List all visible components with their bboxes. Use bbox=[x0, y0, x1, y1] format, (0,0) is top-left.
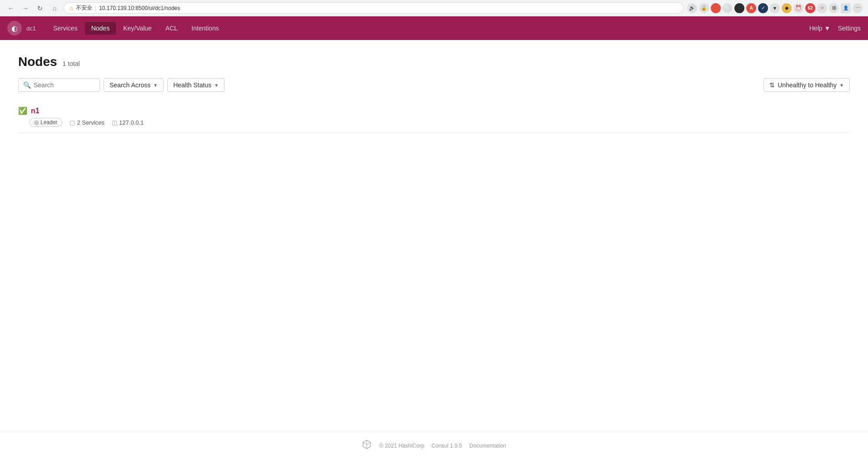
hashicorp-logo-icon bbox=[362, 439, 372, 449]
ext-icon-8[interactable]: ▼ bbox=[770, 3, 780, 13]
ip-value: 127.0.0.1 bbox=[119, 119, 144, 126]
ext-icon-12[interactable]: ☆ bbox=[817, 3, 827, 13]
footer-copyright: © 2021 HashiCorp bbox=[379, 443, 424, 449]
ext-icon-1[interactable]: 🔊 bbox=[687, 3, 697, 13]
services-count-label: 2 Services bbox=[77, 119, 105, 126]
health-status-dropdown[interactable]: Health Status ▼ bbox=[167, 78, 224, 92]
search-icon: 🔍 bbox=[23, 81, 31, 89]
page-title: Nodes bbox=[18, 55, 57, 69]
services-count: ▢ 2 Services bbox=[70, 119, 105, 126]
filter-bar: 🔍 Search Across ▼ Health Status ▼ ⇅ Unhe… bbox=[18, 78, 850, 92]
search-input-wrapper: 🔍 bbox=[18, 78, 100, 92]
consul-logo-symbol: ◐ bbox=[11, 24, 18, 33]
security-warning-text: 不安全 bbox=[76, 4, 92, 12]
nav-item-nodes[interactable]: Nodes bbox=[85, 22, 116, 35]
nav-item-key-value[interactable]: Key/Value bbox=[117, 22, 158, 35]
page-header: Nodes 1 total bbox=[18, 55, 850, 69]
health-passing-icon: ✅ bbox=[18, 106, 27, 115]
settings-button[interactable]: Settings bbox=[838, 25, 861, 32]
ext-icon-9[interactable]: ◆ bbox=[782, 3, 792, 13]
total-count: 1 total bbox=[63, 60, 80, 67]
nav-item-services[interactable]: Services bbox=[47, 22, 84, 35]
consul-logo[interactable]: ◐ bbox=[7, 21, 22, 35]
home-button[interactable]: ⌂ bbox=[49, 3, 60, 14]
ext-icon-4[interactable]: ⚪ bbox=[723, 3, 733, 13]
footer-consul-version: Consul 1.9.5 bbox=[431, 443, 462, 449]
main-content: Nodes 1 total 🔍 Search Across ▼ Health S… bbox=[0, 40, 868, 432]
node-name-link[interactable]: n1 bbox=[31, 107, 40, 115]
ext-icon-7[interactable]: ✓ bbox=[758, 3, 768, 13]
ext-icon-11[interactable]: 62 bbox=[805, 3, 815, 13]
url-text: 10.170.139.10:8500/ui/dc1/nodes bbox=[99, 5, 180, 11]
search-across-label: Search Across bbox=[110, 81, 150, 89]
search-across-chevron-icon: ▼ bbox=[153, 83, 158, 88]
ext-icon-5[interactable]: ▪ bbox=[734, 3, 744, 13]
security-warning-icon: △ bbox=[70, 5, 73, 11]
help-chevron-icon: ▼ bbox=[824, 25, 831, 32]
leader-label: Leader bbox=[40, 119, 57, 126]
node-meta: ◎ Leader ▢ 2 Services ◫ 127.0.0.1 bbox=[29, 118, 850, 127]
search-input[interactable] bbox=[34, 81, 88, 89]
nav-item-intentions[interactable]: Intentions bbox=[185, 22, 225, 35]
back-button[interactable]: ← bbox=[5, 3, 16, 14]
address-bar[interactable]: △ 不安全 | 10.170.139.10:8500/ui/dc1/nodes bbox=[64, 2, 683, 14]
sort-chevron-icon: ▼ bbox=[839, 83, 844, 88]
sort-button[interactable]: ⇅ Unhealthy to Healthy ▼ bbox=[763, 78, 850, 92]
ext-icon-14[interactable]: 👤 bbox=[841, 3, 851, 13]
dc-label[interactable]: dc1 bbox=[26, 25, 36, 32]
health-status-label: Health Status bbox=[173, 81, 211, 89]
node-list: ✅ n1 ◎ Leader ▢ 2 Services ◫ 127.0.0.1 bbox=[18, 101, 850, 133]
table-row: ✅ n1 ◎ Leader ▢ 2 Services ◫ 127.0.0.1 bbox=[18, 101, 850, 133]
footer-documentation-link[interactable]: Documentation bbox=[469, 443, 506, 449]
help-button[interactable]: Help ▼ bbox=[809, 25, 831, 32]
search-across-dropdown[interactable]: Search Across ▼ bbox=[104, 78, 164, 92]
ip-icon: ◫ bbox=[112, 119, 117, 126]
browser-bar: ← → ↻ ⌂ △ 不安全 | 10.170.139.10:8500/ui/dc… bbox=[0, 0, 868, 16]
ext-icon-13[interactable]: ⊞ bbox=[829, 3, 839, 13]
leader-badge: ◎ Leader bbox=[29, 118, 62, 127]
top-nav: ◐ dc1 Services Nodes Key/Value ACL Inten… bbox=[0, 16, 868, 40]
ext-icon-3[interactable] bbox=[711, 3, 721, 13]
ext-icon-15[interactable]: ⋯ bbox=[853, 3, 863, 13]
nav-item-acl[interactable]: ACL bbox=[159, 22, 184, 35]
footer: © 2021 HashiCorp Consul 1.9.5 Documentat… bbox=[0, 432, 868, 459]
node-name-row: ✅ n1 bbox=[18, 106, 850, 115]
nav-right: Help ▼ Settings bbox=[809, 25, 861, 32]
sort-icon: ⇅ bbox=[769, 81, 775, 89]
leader-icon: ◎ bbox=[34, 119, 39, 126]
health-status-chevron-icon: ▼ bbox=[214, 83, 219, 88]
forward-button[interactable]: → bbox=[20, 3, 31, 14]
ext-icon-10[interactable]: ⏰ bbox=[793, 3, 803, 13]
services-icon: ▢ bbox=[70, 119, 75, 126]
nav-items: Services Nodes Key/Value ACL Intentions bbox=[47, 22, 809, 35]
ext-icon-2[interactable]: 🔒 bbox=[699, 3, 709, 13]
footer-logo bbox=[362, 439, 372, 452]
browser-extensions: 🔊 🔒 ⚪ ▪ A ✓ ▼ ◆ ⏰ 62 ☆ ⊞ 👤 ⋯ bbox=[687, 3, 863, 13]
ip-address: ◫ 127.0.0.1 bbox=[112, 119, 144, 126]
help-label: Help bbox=[809, 25, 823, 32]
ext-icon-6[interactable]: A bbox=[746, 3, 756, 13]
reload-button[interactable]: ↻ bbox=[35, 3, 45, 14]
sort-label: Unhealthy to Healthy bbox=[778, 81, 837, 89]
